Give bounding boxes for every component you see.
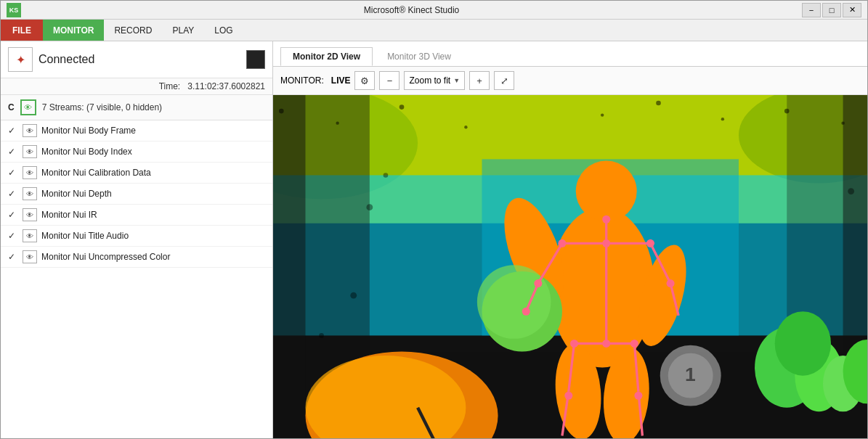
app-title: Microsoft® Kinect Studio xyxy=(21,5,802,15)
stream-name: Monitor Nui Calibration Data xyxy=(41,168,151,178)
svg-point-49 xyxy=(630,340,638,348)
svg-point-11 xyxy=(279,109,284,114)
svg-point-68 xyxy=(350,292,357,299)
minimize-button[interactable]: − xyxy=(802,3,821,17)
svg-point-12 xyxy=(336,121,338,124)
svg-point-41 xyxy=(602,239,610,247)
list-item: ✓ 👁 Monitor Nui Depth xyxy=(1,184,272,205)
list-item: ✓ 👁 Monitor Nui Title Audio xyxy=(1,226,272,247)
zoom-in-button[interactable]: + xyxy=(469,71,490,90)
connection-status: Connected xyxy=(38,53,240,66)
svg-point-16 xyxy=(656,101,661,106)
menu-log[interactable]: LOG xyxy=(204,20,243,41)
svg-point-40 xyxy=(602,216,610,223)
svg-point-64 xyxy=(384,173,389,178)
menu-play[interactable]: PLAY xyxy=(162,20,204,41)
svg-point-45 xyxy=(522,308,530,316)
stream-name: Monitor Nui Title Audio xyxy=(41,231,129,241)
streams-eye-icon[interactable]: 👁 xyxy=(20,99,36,115)
svg-point-60 xyxy=(775,311,831,375)
check-icon: ✓ xyxy=(8,189,18,199)
svg-point-19 xyxy=(841,121,844,124)
chevron-down-icon: ▼ xyxy=(453,77,460,84)
minus-icon: − xyxy=(387,75,393,86)
time-display: Time: 3.11:02:37.6002821 xyxy=(1,78,272,95)
list-item: ✓ 👁 Monitor Nui Body Index xyxy=(1,141,272,163)
stream-visibility-toggle[interactable]: 👁 xyxy=(23,145,37,158)
svg-point-17 xyxy=(721,118,724,120)
stream-name: Monitor Nui Uncompressed Color xyxy=(41,252,170,262)
titlebar: KS Microsoft® Kinect Studio − □ ✕ xyxy=(1,1,867,20)
stream-list: ✓ 👁 Monitor Nui Body Frame ✓ 👁 Monitor N… xyxy=(1,120,272,439)
time-value: 3.11:02:37.6002821 xyxy=(187,81,265,91)
svg-point-42 xyxy=(558,239,566,247)
svg-point-43 xyxy=(646,239,654,247)
stream-name: Monitor Nui Depth xyxy=(41,189,112,199)
time-label: Time: xyxy=(159,81,181,91)
stream-visibility-toggle[interactable]: 👁 xyxy=(23,124,37,137)
stream-visibility-toggle[interactable]: 👁 xyxy=(23,229,37,242)
streams-header: C 👁 7 Streams: (7 visible, 0 hidden) xyxy=(1,95,272,120)
svg-point-65 xyxy=(848,188,854,194)
svg-point-48 xyxy=(570,340,578,348)
stream-visibility-toggle[interactable]: 👁 xyxy=(23,208,37,221)
live-label: LIVE xyxy=(331,75,351,86)
svg-point-21 xyxy=(576,161,637,222)
stream-name: Monitor Nui Body Frame xyxy=(41,126,136,136)
stream-name: Monitor Nui IR xyxy=(41,210,97,220)
svg-point-14 xyxy=(464,126,467,128)
view-tabs: Monitor 2D View Monitor 3D View xyxy=(273,41,867,67)
connection-bar: ✦ Connected xyxy=(1,41,272,78)
settings-button[interactable]: ⚙ xyxy=(354,71,375,90)
streams-c-label: C xyxy=(8,102,15,112)
list-item: ✓ 👁 Monitor Nui Uncompressed Color xyxy=(1,247,272,268)
close-button[interactable]: ✕ xyxy=(843,3,861,17)
check-icon: ✓ xyxy=(8,210,18,220)
stream-visibility-toggle[interactable]: 👁 xyxy=(23,187,37,200)
zoom-value: Zoom to fit xyxy=(409,75,450,86)
svg-point-47 xyxy=(602,340,610,348)
window-controls: − □ ✕ xyxy=(802,3,861,17)
svg-point-67 xyxy=(319,333,324,338)
check-icon: ✓ xyxy=(8,126,18,136)
app-logo: KS xyxy=(7,3,21,17)
svg-point-44 xyxy=(534,279,542,287)
streams-summary: 7 Streams: (7 visible, 0 hidden) xyxy=(42,102,162,112)
gear-icon: ⚙ xyxy=(360,75,369,86)
menu-file[interactable]: FILE xyxy=(1,20,43,41)
stream-visibility-toggle[interactable]: 👁 xyxy=(23,166,37,179)
check-icon: ✓ xyxy=(8,168,18,178)
stream-name: Monitor Nui Body Index xyxy=(41,147,132,157)
check-icon: ✓ xyxy=(8,252,18,262)
stream-visibility-toggle[interactable]: 👁 xyxy=(23,250,37,263)
plus-icon: + xyxy=(476,75,482,86)
restore-button[interactable]: □ xyxy=(822,3,841,17)
fit-view-button[interactable]: ⤢ xyxy=(494,71,514,90)
main-content: ✦ Connected Time: 3.11:02:37.6002821 C 👁… xyxy=(1,41,867,439)
menu-record[interactable]: RECORD xyxy=(104,20,162,41)
svg-point-27 xyxy=(477,265,551,339)
kinect-depth-view: 1 xyxy=(273,95,867,439)
svg-point-63 xyxy=(366,204,373,210)
check-icon: ✓ xyxy=(8,147,18,157)
check-icon: ✓ xyxy=(8,231,18,241)
menubar: FILE MONITOR RECORD PLAY LOG xyxy=(1,20,867,41)
zoom-dropdown[interactable]: Zoom to fit ▼ xyxy=(404,71,465,90)
svg-point-51 xyxy=(634,392,642,400)
list-item: ✓ 👁 Monitor Nui IR xyxy=(1,205,272,226)
stop-button[interactable] xyxy=(246,50,265,69)
viewport[interactable]: 1 xyxy=(273,95,867,439)
zoom-out-button[interactable]: − xyxy=(379,71,399,90)
right-panel: Monitor 2D View Monitor 3D View MONITOR:… xyxy=(273,41,867,439)
svg-point-18 xyxy=(784,109,790,114)
fit-icon: ⤢ xyxy=(500,75,508,86)
left-panel: ✦ Connected Time: 3.11:02:37.6002821 C 👁… xyxy=(1,41,273,439)
svg-point-46 xyxy=(667,279,675,287)
svg-point-13 xyxy=(399,104,405,110)
connect-icon: ✦ xyxy=(16,53,25,67)
tab-2d-view[interactable]: Monitor 2D View xyxy=(280,47,373,66)
tab-3d-view[interactable]: Monitor 3D View xyxy=(376,48,463,66)
monitor-toolbar: MONITOR: LIVE ⚙ − Zoom to fit ▼ + ⤢ xyxy=(273,67,867,95)
connect-button[interactable]: ✦ xyxy=(8,47,33,72)
menu-monitor[interactable]: MONITOR xyxy=(43,20,104,41)
